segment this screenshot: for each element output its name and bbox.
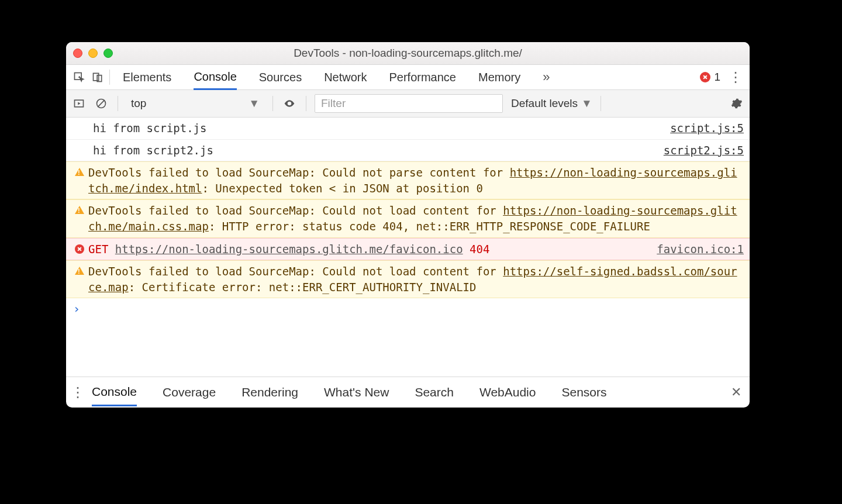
levels-label: Default levels	[511, 97, 578, 110]
tab-performance[interactable]: Performance	[389, 66, 457, 89]
log-message: hi from script2.js	[93, 143, 652, 158]
tab-network[interactable]: Network	[324, 66, 367, 89]
console-log-row[interactable]: hi from script2.js script2.js:5	[66, 140, 750, 162]
error-count: 1	[714, 71, 720, 84]
warning-icon	[75, 168, 84, 176]
window-title: DevTools - non-loading-sourcemaps.glitch…	[66, 47, 750, 60]
drawer-tab-sensors[interactable]: Sensors	[561, 379, 606, 405]
error-icon	[75, 244, 84, 254]
log-levels-selector[interactable]: Default levels ▼	[511, 97, 592, 110]
drawer-tab-coverage[interactable]: Coverage	[163, 379, 216, 405]
caret-down-icon: ▼	[249, 97, 260, 110]
drawer-tabs: Console Coverage Rendering What's New Se…	[92, 379, 607, 406]
toggle-device-icon[interactable]	[88, 68, 107, 87]
warning-message: DevTools failed to load SourceMap: Could…	[88, 264, 744, 295]
url-link[interactable]: https://non-loading-sourcemaps.glitch.me…	[115, 243, 463, 256]
svg-marker-4	[78, 102, 80, 105]
panel-tabs: Elements Console Sources Network Perform…	[123, 65, 550, 89]
gutter	[71, 143, 93, 144]
more-tabs-icon[interactable]: »	[543, 70, 550, 85]
warning-icon	[75, 206, 84, 214]
drawer-close-icon[interactable]: ✕	[727, 381, 745, 403]
console-filter-bar: top ▼ Default levels ▼	[66, 90, 750, 118]
toggle-sidebar-icon[interactable]	[71, 95, 87, 112]
warning-message: DevTools failed to load SourceMap: Could…	[88, 203, 744, 234]
separator	[306, 96, 306, 111]
devtools-window: DevTools - non-loading-sourcemaps.glitch…	[66, 42, 750, 408]
live-expression-icon[interactable]	[281, 95, 298, 112]
source-link[interactable]: script.js:5	[670, 120, 744, 136]
svg-line-6	[98, 100, 105, 107]
warning-icon	[75, 267, 84, 275]
drawer-toolbar: ⋮ Console Coverage Rendering What's New …	[66, 377, 750, 408]
console-messages: hi from script.js script.js:5 hi from sc…	[66, 118, 750, 377]
svg-rect-1	[94, 73, 99, 80]
console-warning-row[interactable]: DevTools failed to load SourceMap: Could…	[66, 161, 750, 199]
console-warning-row[interactable]: DevTools failed to load SourceMap: Could…	[66, 260, 750, 298]
filter-input[interactable]	[315, 94, 503, 113]
context-selector[interactable]: top ▼	[126, 94, 264, 113]
console-prompt[interactable]: ›	[66, 298, 750, 319]
clear-console-icon[interactable]	[93, 95, 109, 112]
console-settings-icon[interactable]	[729, 95, 745, 112]
inspect-element-icon[interactable]	[70, 68, 88, 87]
separator	[272, 96, 273, 111]
separator	[109, 70, 110, 85]
tab-elements[interactable]: Elements	[123, 66, 171, 89]
tab-console[interactable]: Console	[194, 65, 236, 90]
separator	[601, 96, 601, 111]
source-link[interactable]: favicon.ico:1	[657, 241, 744, 257]
error-message: GET https://non-loading-sourcemaps.glitc…	[88, 241, 645, 257]
caret-down-icon: ▼	[581, 97, 592, 110]
console-error-row[interactable]: GET https://non-loading-sourcemaps.glitc…	[66, 238, 750, 261]
source-link[interactable]: script2.js:5	[664, 143, 744, 158]
prompt-chevron-icon: ›	[73, 302, 80, 316]
drawer-tab-console[interactable]: Console	[92, 379, 137, 406]
console-log-row[interactable]: hi from script.js script.js:5	[66, 118, 750, 140]
drawer-tab-whatsnew[interactable]: What's New	[324, 379, 389, 405]
tab-memory[interactable]: Memory	[478, 66, 520, 89]
error-icon	[700, 72, 710, 82]
drawer-tab-webaudio[interactable]: WebAudio	[479, 379, 536, 405]
svg-point-7	[288, 102, 290, 104]
error-count-badge[interactable]: 1	[700, 71, 720, 84]
console-warning-row[interactable]: DevTools failed to load SourceMap: Could…	[66, 199, 750, 237]
drawer-tab-rendering[interactable]: Rendering	[241, 379, 298, 405]
separator	[118, 96, 118, 111]
tab-sources[interactable]: Sources	[259, 66, 302, 89]
drawer-tab-search[interactable]: Search	[415, 379, 454, 405]
context-label: top	[131, 97, 146, 110]
warning-message: DevTools failed to load SourceMap: Could…	[88, 165, 744, 196]
gutter	[71, 120, 93, 122]
titlebar: DevTools - non-loading-sourcemaps.glitch…	[66, 42, 750, 65]
log-message: hi from script.js	[93, 120, 658, 136]
panel-toolbar: Elements Console Sources Network Perform…	[66, 65, 750, 90]
